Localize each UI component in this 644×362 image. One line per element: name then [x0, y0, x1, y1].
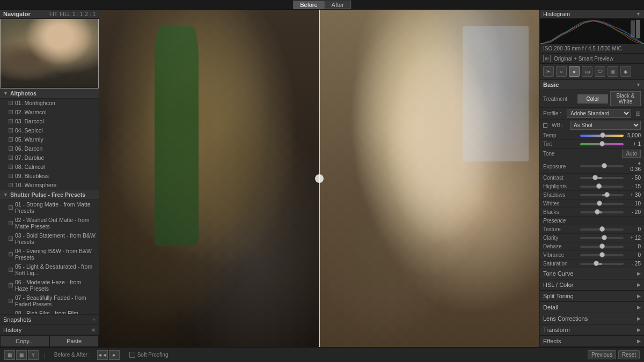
preset-group-shutterpulse[interactable]: ▼ Shutter Pulse - Free Presets — [0, 190, 99, 200]
list-item[interactable]: 10. Warmsphere — [0, 181, 99, 190]
soft-proofing-label: Soft Proofing — [137, 352, 169, 358]
list-item[interactable]: 07 - Beautifully Faded - from Faded Pres… — [0, 293, 99, 309]
list-item[interactable]: 05. Warmly — [0, 135, 99, 144]
gradient-tool-icon[interactable]: ▭ — [582, 66, 592, 77]
effects-section[interactable]: Effects ▶ — [540, 336, 644, 347]
list-item[interactable]: 09. Bluebless — [0, 172, 99, 181]
detail-section[interactable]: Detail ▶ — [540, 302, 644, 313]
shadows-slider[interactable] — [580, 194, 624, 196]
vibrance-slider-row: Vibrance 0 — [540, 251, 644, 260]
histogram-header: Histogram ▼ — [540, 10, 644, 19]
navigator-thumbnail — [0, 19, 99, 88]
list-item[interactable]: 05 - Light & Desaturated - from Soft Lig… — [0, 262, 99, 278]
camera-info-text: ISO 200 35 mm f / 4.5 1/500 MIC — [543, 46, 622, 51]
soft-proofing-checkbox[interactable] — [129, 352, 135, 358]
eyedropper-icon[interactable] — [543, 123, 547, 128]
highlights-slider[interactable] — [580, 186, 624, 188]
transform-section[interactable]: Transform ▶ — [540, 324, 644, 336]
nav-fit[interactable]: FIT — [49, 11, 57, 17]
history-bar[interactable]: History ✕ — [0, 324, 99, 335]
preset-dot — [9, 183, 13, 187]
list-item[interactable]: 03 - Bold Statement - from B&W Presets — [0, 231, 99, 247]
brush-tool-icon[interactable]: ⬭ — [595, 66, 605, 77]
eye-tool-icon[interactable]: ◈ — [620, 66, 631, 77]
preset-dot — [9, 174, 13, 178]
compare-view-button[interactable]: Y — [28, 350, 39, 360]
loupe-view-button[interactable]: ▦ — [16, 350, 27, 360]
list-item[interactable]: 02. Warmcol — [0, 108, 99, 117]
auto-tone-button[interactable]: Auto — [622, 150, 641, 158]
basic-section-header[interactable]: Basic ▼ — [540, 79, 644, 90]
color-treatment-button[interactable]: Color — [577, 94, 608, 104]
list-item[interactable]: 06 - Moderate Haze - from Haze Presets — [0, 278, 99, 293]
temp-slider[interactable] — [580, 135, 624, 137]
nav-fill[interactable]: FILL — [60, 11, 70, 17]
bw-treatment-button[interactable]: Black & White — [610, 91, 641, 106]
snapshots-bar[interactable]: Snapshots + — [0, 314, 99, 324]
list-item[interactable]: 02 - Washed Out Matte - from Matte Prese… — [0, 216, 99, 231]
exposure-slider[interactable] — [580, 165, 624, 167]
paste-button[interactable]: Paste — [49, 335, 99, 347]
wb-label: WB : — [552, 122, 568, 128]
tone-curve-section[interactable]: Tone Curve ▶ — [540, 268, 644, 279]
prev-ba-button[interactable]: ◄◄ — [97, 350, 108, 360]
list-item[interactable]: 03. Darcool — [0, 117, 99, 126]
range-tool-icon[interactable]: ◎ — [608, 66, 618, 77]
vibrance-slider[interactable] — [580, 254, 624, 256]
preset-label: 10. Warmsphere — [15, 182, 56, 188]
profile-select[interactable]: Adobe Standard — [567, 109, 631, 118]
soft-proofing-toggle[interactable]: Soft Proofing — [129, 352, 169, 358]
copy-button[interactable]: Copy... — [0, 335, 49, 347]
split-divider[interactable] — [319, 10, 320, 347]
transform-label: Transform — [543, 327, 570, 333]
highlights-value: - 15 — [626, 183, 641, 189]
saturation-label: Saturation — [543, 261, 578, 267]
previous-button[interactable]: Previous — [588, 350, 616, 359]
tint-slider[interactable] — [580, 143, 624, 145]
grid-view-button[interactable]: ▦ — [4, 350, 15, 360]
reset-button[interactable]: Reset — [618, 350, 640, 359]
clarity-slider[interactable] — [580, 237, 624, 239]
texture-slider[interactable] — [580, 228, 624, 231]
list-item[interactable]: 07. Darblue — [0, 153, 99, 162]
heal-tool-icon[interactable]: ○ — [556, 66, 567, 77]
wb-row: WB : As Shot Auto Daylight — [540, 120, 644, 131]
profile-expand-icon[interactable]: ⊞ — [635, 110, 641, 117]
saturation-value: - 25 — [626, 261, 641, 267]
contrast-slider-row: Contrast - 50 — [540, 174, 644, 182]
dehaze-slider[interactable] — [580, 246, 624, 248]
saturation-slider[interactable] — [580, 263, 624, 265]
list-item[interactable]: 04 - Evening B&W - from B&W Presets — [0, 247, 99, 262]
nav-1to1[interactable]: 1 : 1 — [72, 11, 83, 17]
preset-label: 05. Warmly — [15, 136, 43, 143]
after-button[interactable]: After — [325, 1, 351, 9]
list-item[interactable]: 06. Darcon — [0, 144, 99, 153]
wb-select[interactable]: As Shot Auto Daylight — [570, 121, 641, 130]
next-ba-button[interactable]: ► — [109, 350, 120, 360]
detail-arrow-icon: ▶ — [637, 305, 641, 310]
split-handle[interactable] — [315, 174, 324, 183]
lens-corrections-section[interactable]: Lens Corrections ▶ — [540, 313, 644, 324]
list-item[interactable]: 04. Sepicol — [0, 126, 99, 135]
whites-slider[interactable] — [580, 203, 624, 205]
hsl-color-section[interactable]: HSL / Color ▶ — [540, 279, 644, 291]
contrast-slider[interactable] — [580, 177, 624, 179]
preset-group-altphotos[interactable]: ▼ Altphotos — [0, 88, 99, 99]
tint-label: Tint — [543, 141, 578, 147]
list-item[interactable]: 08. Calmcol — [0, 162, 99, 172]
tone-label: Tone — [543, 151, 578, 157]
blacks-slider[interactable] — [580, 211, 624, 213]
split-toning-section[interactable]: Split Toning ▶ — [540, 291, 644, 302]
preset-label: 01 - Strong Matte - from Matte Presets — [15, 201, 96, 214]
before-button[interactable]: Before — [293, 1, 324, 9]
list-item[interactable]: 01. Monhighcon — [0, 99, 99, 108]
nav-2to1[interactable]: 2 : 1 — [85, 11, 96, 17]
list-item[interactable]: 01 - Strong Matte - from Matte Presets — [0, 200, 99, 216]
adjust-tool-icon[interactable]: ● — [569, 66, 580, 77]
effects-arrow-icon: ▶ — [637, 338, 641, 344]
list-item[interactable]: 08 - Rich Film - from Film Presets — [0, 309, 99, 314]
preset-label: 05 - Light & Desaturated - from Soft Lig… — [15, 263, 96, 276]
crop-tool-icon[interactable]: ✂ — [543, 66, 554, 77]
split-toning-label: Split Toning — [543, 293, 574, 299]
preset-dot — [9, 137, 13, 142]
